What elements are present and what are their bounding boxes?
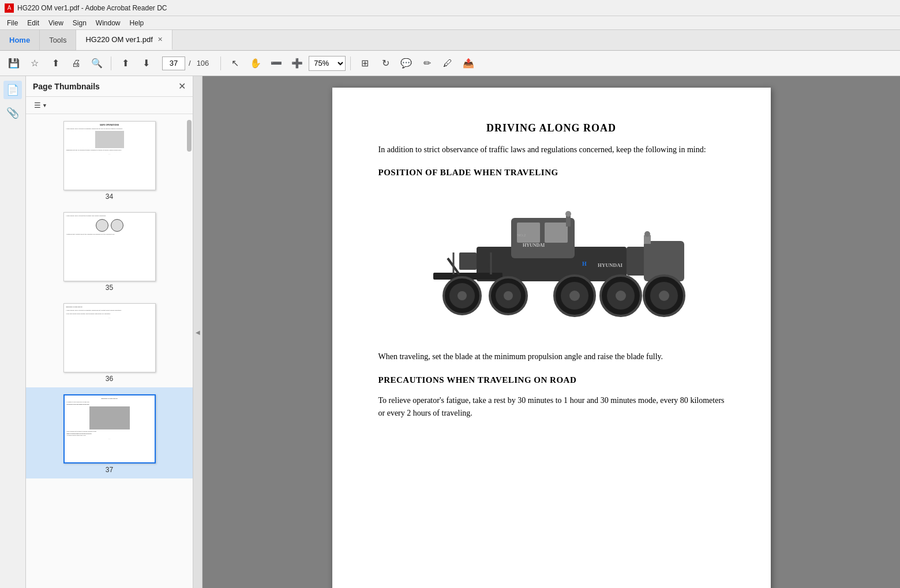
toolbar-separator-2: [220, 56, 221, 70]
save-button[interactable]: 💾: [5, 54, 23, 73]
attachments-panel-icon[interactable]: 📎: [3, 104, 22, 122]
svg-rect-3: [545, 223, 568, 243]
thumbnail-35[interactable]: Lorem ipsum dolor sit amet text content …: [26, 205, 193, 296]
section1-heading: POSITION OF BLADE WHEN TRAVELING: [378, 168, 725, 178]
svg-point-21: [616, 291, 626, 301]
print-button[interactable]: 🖨: [67, 54, 85, 73]
sidebar-menu-button[interactable]: ☰ ▼: [31, 99, 51, 111]
svg-point-26: [565, 211, 571, 217]
thumbnail-frame-37: DRIVING ALONG ROAD In addition to strict…: [63, 394, 156, 463]
thumbnail-frame-35: Lorem ipsum dolor sit amet text content …: [63, 212, 156, 281]
toolbar-separator-1: [111, 56, 111, 70]
svg-text:H: H: [582, 261, 587, 267]
svg-point-18: [569, 291, 580, 301]
tab-close-button[interactable]: ✕: [158, 36, 163, 43]
rest-text: To relieve operator's fatigue, take a re…: [378, 394, 725, 420]
main-area: 📄 📎 Page Thumbnails ✕ ☰ ▼ SAFE OPERATIO: [0, 76, 900, 588]
zoom-select[interactable]: 75% 50% 100% 125% 150%: [309, 56, 346, 71]
intro-text: In addition to strict observance of traf…: [378, 144, 725, 156]
search-button[interactable]: 🔍: [88, 54, 106, 73]
menu-view[interactable]: View: [44, 18, 68, 28]
app-icon: A: [5, 3, 14, 13]
sidebar-header: Page Thumbnails ✕: [26, 76, 193, 97]
sidebar-toolbar: ☰ ▼: [26, 97, 193, 114]
pdf-viewer[interactable]: DRIVING ALONG ROAD In addition to strict…: [202, 76, 900, 588]
menu-help[interactable]: Help: [125, 18, 149, 28]
menu-window[interactable]: Window: [91, 18, 125, 28]
tab-pdf[interactable]: HG220 OM ver1.pdf ✕: [76, 30, 172, 50]
fit-page-button[interactable]: ⊞: [355, 54, 374, 73]
hand-tool-button[interactable]: ✋: [246, 54, 265, 73]
prev-page-button[interactable]: ⬆: [116, 54, 134, 73]
thumbnail-content-37: DRIVING ALONG ROAD In addition to strict…: [65, 395, 155, 462]
zoom-out-button[interactable]: ➖: [267, 54, 286, 73]
page-total: 106: [197, 59, 209, 67]
sidebar-content[interactable]: SAFE OPERATIONS Lorem ipsum dolor sit am…: [26, 114, 193, 588]
toolbar: 💾 ☆ ⬆ 🖨 🔍 ⬆ ⬇ / 106 ↖ ✋ ➖ ➕ 75% 50% 100%…: [0, 51, 900, 76]
bookmark-button[interactable]: ☆: [25, 54, 44, 73]
thumbnail-37[interactable]: DRIVING ALONG ROAD In addition to strict…: [26, 387, 193, 478]
blade-caption: When traveling, set the blade at the min…: [378, 350, 725, 363]
left-panel: 📄 📎: [0, 76, 26, 588]
thumbnails-panel-icon[interactable]: 📄: [3, 81, 22, 99]
svg-point-24: [659, 291, 669, 301]
menu-bar: File Edit View Sign Window Help: [0, 16, 900, 30]
thumbnail-34[interactable]: SAFE OPERATIONS Lorem ipsum dolor sit am…: [26, 114, 193, 205]
tab-bar: Home Tools HG220 OM ver1.pdf ✕: [0, 30, 900, 51]
page-number-input[interactable]: [162, 56, 185, 70]
select-tool-button[interactable]: ↖: [226, 54, 244, 73]
tab-home[interactable]: Home: [0, 30, 40, 50]
page-separator: /: [189, 59, 191, 67]
sidebar-menu-icon: ☰: [34, 101, 41, 110]
highlight-button[interactable]: 🖊: [438, 54, 457, 73]
pdf-page: DRIVING ALONG ROAD In addition to strict…: [332, 88, 771, 588]
thumbnail-content-35: Lorem ipsum dolor sit amet text content …: [64, 213, 155, 281]
svg-point-15: [504, 291, 513, 300]
svg-point-28: [644, 231, 650, 237]
next-page-button[interactable]: ⬇: [137, 54, 155, 73]
thumbnail-frame-36: DRIVING ALONG ROAD Lorem ipsum dolor sit…: [63, 303, 156, 372]
share-button[interactable]: 📤: [459, 54, 478, 73]
toolbar-separator-3: [350, 56, 351, 70]
title-text: HG220 OM ver1.pdf - Adobe Acrobat Reader…: [17, 4, 167, 12]
svg-text:NO.2: NO.2: [517, 233, 526, 238]
menu-edit[interactable]: Edit: [22, 18, 44, 28]
thumbnail-frame-34: SAFE OPERATIONS Lorem ipsum dolor sit am…: [63, 121, 156, 190]
svg-text:HYUNDAI: HYUNDAI: [523, 243, 545, 248]
thumbnail-content-36: DRIVING ALONG ROAD Lorem ipsum dolor sit…: [64, 304, 155, 372]
sidebar-scrollbar[interactable]: [187, 120, 192, 152]
machine-image-container: HYUNDAI HYUNDAI H NO.2: [378, 189, 725, 339]
sidebar-collapse-handle[interactable]: ◀: [193, 76, 202, 588]
zoom-in-button[interactable]: ➕: [288, 54, 306, 73]
sidebar: Page Thumbnails ✕ ☰ ▼ SAFE OPERATIONS Lo…: [26, 76, 193, 588]
thumbnail-content-34: SAFE OPERATIONS Lorem ipsum dolor sit am…: [64, 122, 155, 190]
svg-point-12: [457, 291, 467, 300]
svg-rect-4: [459, 252, 477, 270]
svg-text:HYUNDAI: HYUNDAI: [598, 262, 622, 268]
menu-sign[interactable]: Sign: [68, 18, 91, 28]
menu-file[interactable]: File: [2, 18, 22, 28]
thumbnail-label-35: 35: [106, 284, 113, 292]
thumbnail-label-34: 34: [106, 193, 113, 201]
thumbnail-label-36: 36: [106, 375, 113, 383]
machine-image: HYUNDAI HYUNDAI H NO.2: [402, 189, 702, 339]
section2-heading: PRECAUTIONS WHEN TRAVELING ON ROAD: [378, 375, 725, 385]
thumbnail-label-37: 37: [106, 466, 113, 474]
upload-button[interactable]: ⬆: [46, 54, 65, 73]
page-heading: DRIVING ALONG ROAD: [378, 122, 725, 134]
sidebar-close-button[interactable]: ✕: [178, 81, 186, 92]
thumbnail-36[interactable]: DRIVING ALONG ROAD Lorem ipsum dolor sit…: [26, 296, 193, 387]
sidebar-menu-arrow: ▼: [42, 103, 47, 108]
tab-tools[interactable]: Tools: [40, 30, 76, 50]
comments-button[interactable]: 💬: [397, 54, 415, 73]
title-bar: A HG220 OM ver1.pdf - Adobe Acrobat Read…: [0, 0, 900, 16]
page-nav-group: / 106: [162, 56, 211, 70]
rotate-button[interactable]: ↻: [376, 54, 395, 73]
pencil-button[interactable]: ✏: [418, 54, 436, 73]
sidebar-title: Page Thumbnails: [33, 82, 100, 91]
